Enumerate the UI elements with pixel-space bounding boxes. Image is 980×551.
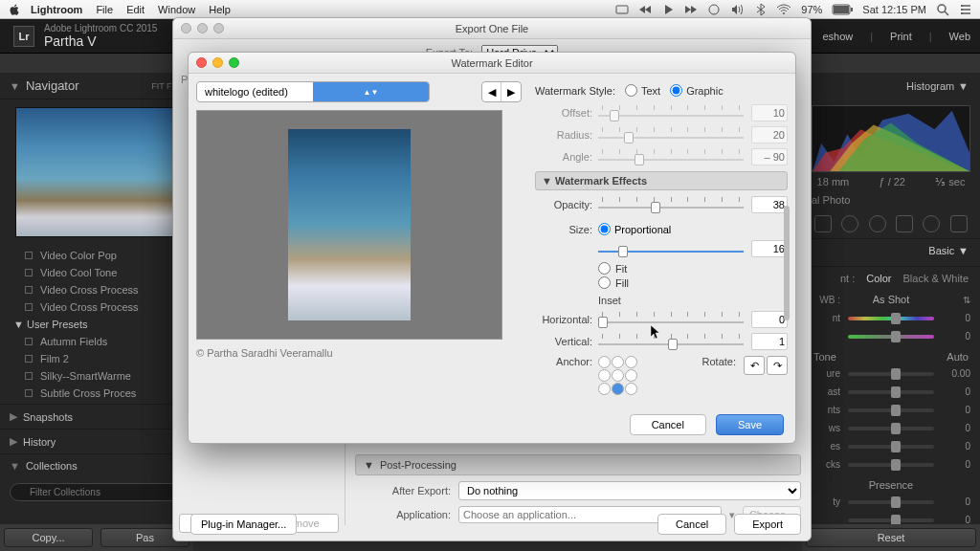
spotlight-icon[interactable] [936, 3, 949, 16]
watermark-preset-select[interactable]: whitelogo (edited) ▲▼ [196, 81, 430, 102]
minimize-icon[interactable] [212, 57, 223, 68]
horizontal-inset-slider[interactable] [598, 312, 744, 327]
temp-slider[interactable] [848, 317, 934, 320]
histogram-display[interactable] [812, 105, 970, 172]
bluetooth-icon[interactable] [755, 3, 767, 16]
watermark-save-button[interactable]: Save [716, 414, 784, 435]
menu-help[interactable]: Help [209, 4, 231, 15]
zoom-icon[interactable] [213, 23, 224, 33]
rewind-icon[interactable] [638, 3, 652, 16]
brush-tool-icon[interactable] [950, 215, 968, 232]
histogram-header[interactable]: Histogram [906, 80, 954, 96]
notifications-icon[interactable] [959, 3, 972, 16]
preset-item[interactable]: Video Cool Tone [4, 264, 189, 281]
wifi-icon[interactable] [776, 4, 791, 15]
highlights-slider[interactable] [848, 408, 934, 412]
redeye-tool-icon[interactable] [869, 215, 886, 232]
preset-item[interactable]: Subtle Cross Proces [4, 385, 189, 402]
snapshots-section[interactable]: ▶Snapshots [0, 404, 193, 429]
size-fit-radio[interactable]: Fit [598, 262, 788, 275]
navigator-header[interactable]: Navigator [26, 78, 151, 93]
app-name[interactable]: Lightroom [31, 4, 82, 15]
radius-slider[interactable] [598, 127, 744, 143]
reset-button[interactable]: Reset [806, 528, 976, 547]
clarity-slider[interactable] [848, 500, 934, 504]
disclosure-icon[interactable]: ▼ [10, 80, 20, 92]
tint-slider[interactable] [848, 335, 934, 339]
wb-value[interactable]: As Shot [840, 294, 942, 305]
preset-item[interactable]: Video Color Pop [4, 247, 189, 264]
chevron-updown-icon[interactable]: ▲▼ [313, 82, 429, 101]
opacity-value[interactable]: 38 [751, 196, 788, 213]
export-cancel-button[interactable]: Cancel [657, 514, 726, 535]
minimize-icon[interactable] [197, 23, 208, 33]
navigator-preview[interactable] [15, 107, 178, 237]
offset-slider[interactable] [598, 105, 744, 121]
style-graphic-radio[interactable]: Graphic [670, 84, 724, 97]
close-icon[interactable] [181, 23, 191, 33]
menu-file[interactable]: File [96, 4, 113, 15]
exposure-slider[interactable] [848, 372, 934, 376]
mac-menubar: Lightroom File Edit Window Help 97% Sat … [0, 0, 980, 19]
preset-item[interactable]: Video Cross Process [4, 298, 189, 316]
volume-icon[interactable] [730, 3, 746, 16]
plugin-manager-button[interactable]: Plug-in Manager... [190, 514, 297, 535]
opacity-slider[interactable] [598, 197, 744, 212]
vertical-inset-slider[interactable] [598, 334, 744, 349]
horiz-value[interactable]: 0 [751, 311, 788, 328]
basic-header[interactable]: Basic [928, 245, 954, 260]
menu-edit[interactable]: Edit [126, 4, 145, 15]
zoom-icon[interactable] [229, 57, 239, 68]
preset-item[interactable]: Film 2 [4, 350, 189, 367]
vert-value[interactable]: 1 [751, 333, 788, 350]
preset-item[interactable]: Silky--SmartWarme [4, 367, 189, 385]
contrast-slider[interactable] [848, 390, 934, 394]
module-slideshow[interactable]: eshow [822, 31, 853, 42]
treatment-color[interactable]: Color [866, 273, 891, 284]
preset-item[interactable]: Video Cross Process [4, 281, 189, 298]
close-icon[interactable] [196, 57, 207, 68]
size-value[interactable]: 16 [751, 240, 788, 257]
collections-section[interactable]: ▼Collections [0, 453, 193, 477]
forward-icon[interactable] [684, 3, 698, 16]
rotate-left-button[interactable]: ↶ [744, 356, 765, 375]
export-button[interactable]: Export [734, 514, 801, 535]
blacks-slider[interactable] [848, 463, 934, 467]
gradient-tool-icon[interactable] [896, 215, 913, 232]
crop-tool-icon[interactable] [814, 215, 832, 232]
radial-tool-icon[interactable] [923, 215, 940, 232]
treatment-bw[interactable]: Black & White [903, 273, 969, 284]
stop-icon[interactable] [707, 3, 721, 16]
radius-value[interactable]: 20 [751, 126, 788, 143]
post-processing-header[interactable]: ▼Post-Processing [355, 454, 801, 475]
auto-tone-button[interactable]: Auto [947, 351, 969, 363]
angle-slider[interactable] [598, 149, 744, 165]
scrollbar[interactable] [784, 206, 790, 320]
anchor-picker[interactable] [598, 356, 637, 395]
spot-tool-icon[interactable] [841, 215, 858, 232]
watermark-cancel-button[interactable]: Cancel [630, 414, 706, 435]
module-print[interactable]: Print [890, 31, 912, 42]
whites-slider[interactable] [848, 445, 934, 449]
size-slider[interactable] [598, 241, 744, 256]
vibrance-slider[interactable] [848, 518, 934, 522]
rotate-right-button[interactable]: ↷ [767, 356, 788, 375]
style-text-radio[interactable]: Text [625, 84, 660, 97]
shadows-slider[interactable] [848, 427, 934, 430]
after-export-select[interactable]: Do nothing [458, 481, 801, 500]
history-section[interactable]: ▶History [0, 429, 193, 453]
module-web[interactable]: Web [949, 31, 970, 42]
size-proportional-radio[interactable]: Proportional [598, 223, 671, 235]
user-presets-header[interactable]: ▼ User Presets [4, 316, 189, 333]
size-fill-radio[interactable]: Fill [598, 276, 788, 289]
play-icon[interactable] [661, 3, 675, 16]
next-button[interactable]: ▶ [501, 82, 521, 101]
offset-value[interactable]: 10 [751, 104, 788, 121]
copy-button[interactable]: Copy... [4, 528, 93, 547]
filter-collections-input[interactable] [10, 483, 184, 501]
watermark-effects-header[interactable]: ▼ Watermark Effects [535, 171, 788, 190]
angle-value[interactable]: – 90 [751, 148, 788, 165]
menu-window[interactable]: Window [158, 4, 195, 15]
preset-item[interactable]: Autumn Fields [4, 333, 189, 350]
prev-button[interactable]: ◀ [482, 82, 501, 101]
